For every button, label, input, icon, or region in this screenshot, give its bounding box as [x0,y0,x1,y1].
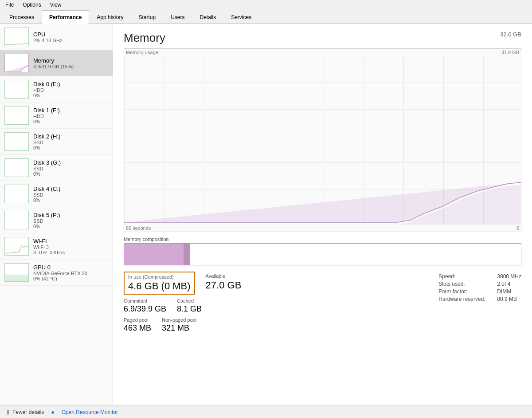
hw-reserved-value: 80.9 MB [497,296,521,302]
in-use-value: 4.6 GB (0 MB) [128,280,191,292]
content-header: Memory 32.0 GB [124,31,521,45]
disk3-sub2: 0% [33,171,108,177]
sidebar-item-disk5[interactable]: Disk 5 (P:) SSD 0% [0,207,113,233]
tab-services[interactable]: Services [223,10,259,24]
footer: ⇧ Fewer details ● Open Resource Monitor [0,406,532,418]
hw-reserved-label: Hardware reserved: [438,296,492,302]
disk0-thumb [4,80,29,99]
in-use-stat: In use (Compressed) 4.6 GB (0 MB) [124,272,195,295]
comp-available [190,244,521,265]
disk4-sub2: 0% [33,197,108,203]
disk0-sub1: HDD [33,87,108,93]
disk3-thumb [4,158,29,177]
disk5-thumb [4,211,29,229]
chart-time-labels: 60 seconds 0 [124,225,521,232]
disk2-info: Disk 2 (H:) SSD 0% [33,133,108,150]
tab-bar: Processes Performance App history Startu… [0,10,532,24]
form-value: DIMM [497,288,521,295]
disk3-title: Disk 3 (G:) [33,159,108,166]
cached-stat: Cached 8.1 GB [177,298,202,314]
chevron-up-icon: ⇧ [5,409,11,416]
sidebar-item-disk4[interactable]: Disk 4 (C:) SSD 0% [0,181,113,207]
sidebar-item-disk0[interactable]: Disk 0 (E:) HDD 0% [0,76,113,103]
sidebar-item-gpu[interactable]: GPU 0 NVIDIA GeForce RTX 20 0% (42 °C) [0,260,113,286]
open-resource-monitor-link[interactable]: Open Resource Monitor [62,409,118,415]
chart-y-max: 31.9 GB [501,50,519,55]
stats-area: In use (Compressed) 4.6 GB (0 MB) Availa… [124,272,521,333]
cached-label: Cached [177,298,202,304]
disk4-thumb [4,185,29,203]
memory-info: Memory 4.9/31.9 GB (15%) [33,57,108,69]
memory-usage-chart [124,56,521,225]
menu-options[interactable]: Options [21,1,43,9]
in-use-label: In use (Compressed) [128,274,191,280]
disk1-sub1: HDD [33,114,108,119]
tab-details[interactable]: Details [192,10,223,24]
paged-pool-value: 463 MB [124,323,151,333]
gpu-info: GPU 0 NVIDIA GeForce RTX 20 0% (42 °C) [33,264,108,281]
available-value: 27.0 GB [206,280,242,291]
non-paged-value: 321 MB [162,323,196,333]
content-area: Memory 32.0 GB Memory usage 31.9 GB 60 s… [113,24,532,405]
gpu-thumb [4,263,29,282]
main-layout: CPU 2% 4.18 GHz Memory 4.9/31.9 GB (15%)… [0,24,532,405]
right-stats: Speed: 3800 MHz Slots used: 2 of 4 Form … [438,272,521,302]
disk0-title: Disk 0 (E:) [33,81,108,87]
disk1-thumb [4,106,29,125]
disk1-sub2: 0% [33,119,108,124]
disk1-title: Disk 1 (F:) [33,107,108,114]
comp-compressed [184,244,189,265]
cached-value: 8.1 GB [177,304,202,314]
tab-startup[interactable]: Startup [131,10,163,24]
disk2-sub1: SSD [33,140,108,145]
disk5-sub2: 0% [33,224,108,229]
slots-value: 2 of 4 [497,281,521,287]
non-paged-label: Non-paged pool [162,317,196,323]
menu-bar: File Options View [0,0,532,10]
disk0-sub2: 0% [33,93,108,98]
cpu-title: CPU [33,31,108,38]
disk5-sub1: SSD [33,218,108,224]
slots-label: Slots used: [438,281,492,287]
menu-view[interactable]: View [48,1,63,9]
disk5-info: Disk 5 (P:) SSD 0% [33,212,108,229]
sidebar: CPU 2% 4.18 GHz Memory 4.9/31.9 GB (15%)… [0,24,113,405]
disk0-info: Disk 0 (E:) HDD 0% [33,81,108,98]
stats-row3: Paged pool 463 MB Non-paged pool 321 MB [124,317,438,333]
available-stat: Available 27.0 GB [199,272,246,293]
sidebar-item-disk3[interactable]: Disk 3 (G:) SSD 0% [0,155,113,181]
chart-labels-top: Memory usage 31.9 GB [124,49,521,56]
committed-value: 6.9/39.9 GB [124,304,166,314]
speed-value: 3800 MHz [497,273,521,280]
gpu-sub2: 0% (42 °C) [33,276,108,281]
disk2-sub2: 0% [33,145,108,150]
chart-x-end: 0 [516,225,519,231]
tab-users[interactable]: Users [163,10,192,24]
resource-monitor-icon: ● [51,409,54,415]
menu-file[interactable]: File [4,1,16,9]
chart-y-label: Memory usage [126,50,158,55]
cpu-thumb [4,28,29,46]
fewer-details-label[interactable]: Fewer details [12,409,44,415]
paged-pool-stat: Paged pool 463 MB [124,317,151,333]
disk1-info: Disk 1 (F:) HDD 0% [33,107,108,124]
tab-performance[interactable]: Performance [42,10,89,24]
sidebar-item-memory[interactable]: Memory 4.9/31.9 GB (15%) [0,50,113,76]
fewer-details-button[interactable]: ⇧ Fewer details [5,409,44,416]
wifi-sub1: Wi-Fi 3 [33,244,108,250]
sidebar-item-disk2[interactable]: Disk 2 (H:) SSD 0% [0,129,113,155]
disk4-title: Disk 4 (C:) [33,185,108,192]
page-title: Memory [124,31,165,45]
tab-processes[interactable]: Processes [2,10,42,24]
sidebar-item-cpu[interactable]: CPU 2% 4.18 GHz [0,24,113,50]
gpu-sub1: NVIDIA GeForce RTX 20 [33,271,108,276]
sidebar-item-wifi[interactable]: Wi-Fi Wi-Fi 3 S: 0 R: 0 Kbps [0,233,113,260]
speed-label: Speed: [438,273,492,280]
memory-chart-container: Memory usage 31.9 GB 60 seconds 0 [124,48,521,232]
tab-app-history[interactable]: App history [89,10,131,24]
chart-canvas [124,56,521,225]
sidebar-item-disk1[interactable]: Disk 1 (F:) HDD 0% [0,103,113,129]
wifi-sub2: S: 0 R: 0 Kbps [33,250,108,255]
cpu-sub: 2% 4.18 GHz [33,38,108,43]
disk4-info: Disk 4 (C:) SSD 0% [33,185,108,203]
